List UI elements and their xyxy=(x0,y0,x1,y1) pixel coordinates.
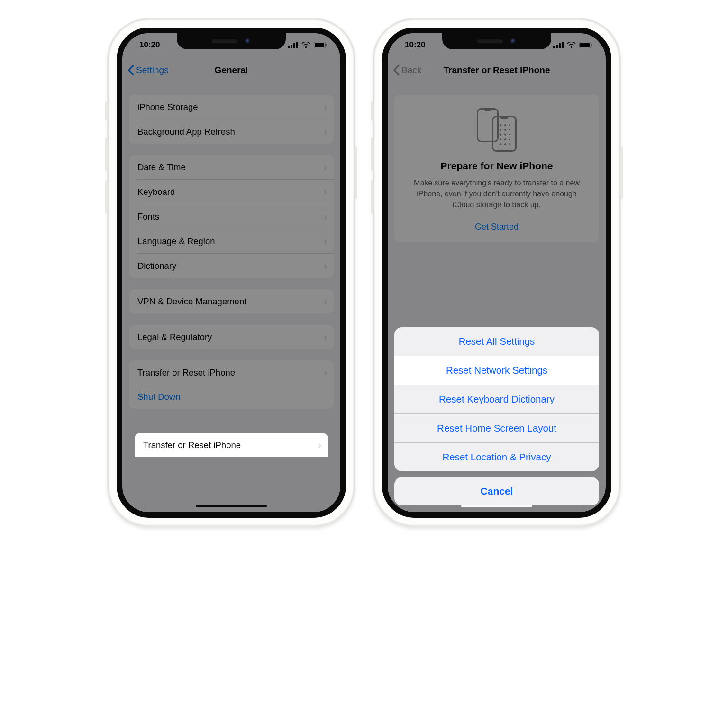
svg-rect-2 xyxy=(326,44,327,46)
transfer-icon xyxy=(477,108,517,152)
power-button xyxy=(620,147,623,199)
prepare-card: Prepare for New iPhone Make sure everyth… xyxy=(394,95,599,242)
volume-up-button xyxy=(105,138,108,171)
silent-switch xyxy=(371,102,373,121)
sheet-reset-keyboard-dictionary[interactable]: Reset Keyboard Dictionary xyxy=(394,385,599,413)
notch xyxy=(442,33,551,49)
status-time: 10:20 xyxy=(136,40,160,50)
chevron-left-icon xyxy=(393,65,400,75)
row-legal-regulatory[interactable]: Legal & Regulatory › xyxy=(129,325,334,349)
chevron-right-icon: › xyxy=(324,211,327,222)
cellular-signal-icon xyxy=(553,42,564,48)
chevron-right-icon: › xyxy=(324,186,327,197)
row-iphone-storage[interactable]: iPhone Storage › xyxy=(129,95,334,119)
nav-back-button[interactable]: Settings xyxy=(122,65,169,75)
wifi-icon xyxy=(301,42,310,48)
group-datetime: Date & Time › Keyboard › Fonts › Languag… xyxy=(129,155,334,278)
device-frame-left: 10:20 Settings General xyxy=(108,19,355,526)
chevron-right-icon: › xyxy=(324,101,327,112)
row-keyboard[interactable]: Keyboard › xyxy=(137,179,334,204)
group-vpn: VPN & Device Management › xyxy=(129,289,334,313)
svg-rect-5 xyxy=(592,44,592,46)
chevron-right-icon: › xyxy=(324,296,327,307)
action-sheet-group: Reset All Settings Reset Network Setting… xyxy=(394,327,599,471)
notch xyxy=(177,33,286,49)
group-legal: Legal & Regulatory › xyxy=(129,325,334,349)
group-storage: iPhone Storage › Background App Refresh … xyxy=(129,95,334,144)
volume-down-button xyxy=(371,180,373,213)
nav-back-button[interactable]: Back xyxy=(388,65,421,75)
chevron-right-icon: › xyxy=(324,236,327,247)
nav-bar: Back Transfer or Reset iPhone xyxy=(388,57,606,83)
sheet-cancel-button[interactable]: Cancel xyxy=(394,477,599,505)
sheet-reset-location-privacy[interactable]: Reset Location & Privacy xyxy=(394,442,599,471)
svg-rect-1 xyxy=(315,43,324,47)
row-fonts[interactable]: Fonts › xyxy=(137,204,334,229)
sheet-reset-home-screen-layout[interactable]: Reset Home Screen Layout xyxy=(394,413,599,442)
row-date-time[interactable]: Date & Time › xyxy=(129,155,334,179)
svg-rect-4 xyxy=(580,43,590,47)
volume-up-button xyxy=(371,138,373,171)
device-frame-right: 10:20 Back Transfer or Reset iPhone xyxy=(373,19,620,526)
screen-left: 10:20 Settings General xyxy=(117,28,346,518)
sheet-reset-all-settings[interactable]: Reset All Settings xyxy=(394,327,599,356)
row-bg-app-refresh[interactable]: Background App Refresh › xyxy=(137,119,334,144)
prepare-description: Make sure everything's ready to transfer… xyxy=(404,177,590,211)
cellular-signal-icon xyxy=(288,42,298,48)
prepare-title: Prepare for New iPhone xyxy=(404,160,590,172)
volume-down-button xyxy=(105,180,108,213)
chevron-right-icon: › xyxy=(324,162,327,173)
nav-back-label: Back xyxy=(401,65,421,75)
row-vpn-device-mgmt[interactable]: VPN & Device Management › xyxy=(129,289,334,313)
battery-icon xyxy=(314,42,327,48)
chevron-right-icon: › xyxy=(324,367,327,378)
sheet-reset-network-settings[interactable]: Reset Network Settings xyxy=(394,356,599,385)
row-shut-down[interactable]: Shut Down xyxy=(137,385,334,409)
chevron-right-icon: › xyxy=(324,260,327,271)
wifi-icon xyxy=(567,42,576,48)
battery-icon xyxy=(579,42,592,48)
nav-bar: Settings General xyxy=(122,57,340,83)
silent-switch xyxy=(105,102,108,121)
chevron-right-icon: › xyxy=(324,126,327,137)
chevron-right-icon: › xyxy=(318,440,321,450)
row-transfer-reset-highlight[interactable]: Transfer or Reset iPhone › xyxy=(135,433,328,457)
get-started-button[interactable]: Get Started xyxy=(404,222,590,232)
home-indicator[interactable] xyxy=(461,505,532,507)
power-button xyxy=(355,147,357,199)
chevron-left-icon xyxy=(128,65,134,75)
status-time: 10:20 xyxy=(401,40,425,50)
row-dictionary[interactable]: Dictionary › xyxy=(137,253,334,278)
row-language-region[interactable]: Language & Region › xyxy=(137,229,334,253)
home-indicator[interactable] xyxy=(196,505,267,507)
group-transfer: Transfer or Reset iPhone › Shut Down xyxy=(129,360,334,409)
row-transfer-reset[interactable]: Transfer or Reset iPhone › xyxy=(129,360,334,385)
nav-back-label: Settings xyxy=(136,65,169,75)
chevron-right-icon: › xyxy=(324,331,327,342)
screen-right: 10:20 Back Transfer or Reset iPhone xyxy=(382,28,611,518)
action-sheet: Reset All Settings Reset Network Setting… xyxy=(394,327,599,505)
